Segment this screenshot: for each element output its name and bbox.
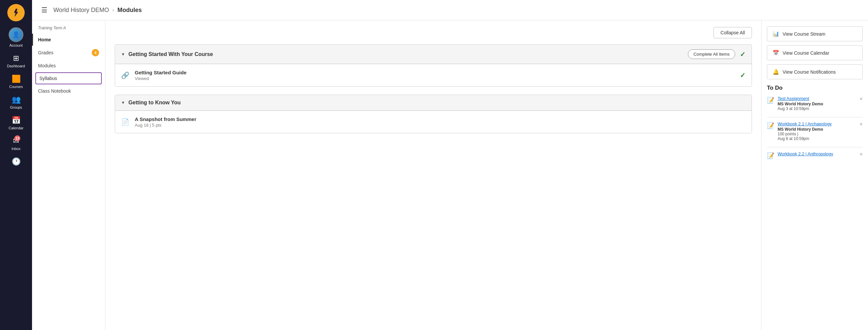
todo-item-test-assignment: 📝 Test Assignment MS World History Demo … xyxy=(767,96,863,111)
complete-all-items-button[interactable]: Complete All Items xyxy=(688,50,735,59)
module-header-getting-to-know: ▼ Getting to Know You xyxy=(115,95,751,111)
term-label: Training Term A xyxy=(32,26,105,34)
left-navigation: 👤 Account ⊞ Dashboard 🟧 Courses 👥 Groups… xyxy=(0,0,32,330)
sidebar-item-grades[interactable]: Grades 4 xyxy=(32,46,105,60)
inbox-badge: 13 xyxy=(14,135,20,141)
notifications-label: View Course Notifications xyxy=(783,69,836,75)
right-panel: 📊 View Course Stream 📅 View Course Calen… xyxy=(761,20,868,330)
sidebar-item-account[interactable]: 👤 Account xyxy=(0,24,32,51)
account-label: Account xyxy=(9,43,23,47)
todo-link-workbook-2-2[interactable]: Workbook 2.2 | Anthropology xyxy=(778,151,863,156)
sidebar-item-dashboard[interactable]: ⊞ Dashboard xyxy=(0,51,32,71)
module-check-icon: ✓ xyxy=(740,50,746,58)
collapse-bar: Collapse All xyxy=(115,27,752,38)
stream-icon: 📊 xyxy=(773,31,779,37)
todo-course-2: MS World History Demo xyxy=(778,127,863,132)
avatar: 👤 xyxy=(9,27,23,42)
link-icon: 🔗 xyxy=(121,71,129,79)
todo-item-workbook-2-1: 📝 Workbook 2.1 | Archaeology MS World Hi… xyxy=(767,121,863,141)
app-logo[interactable] xyxy=(7,4,25,21)
course-sidebar: Training Term A Home Grades 4 Modules Sy… xyxy=(32,20,105,330)
todo-link-workbook-2-1[interactable]: Workbook 2.1 | Archaeology xyxy=(778,121,863,126)
item-title-snapshot: A Snapshot from Summer xyxy=(135,116,196,122)
module-item-getting-started-guide: 🔗 Getting Started Guide Viewed ✓ xyxy=(115,64,751,86)
calendar-btn-icon: 📅 xyxy=(773,50,779,56)
content-row: Training Term A Home Grades 4 Modules Sy… xyxy=(32,20,868,330)
syllabus-label: Syllabus xyxy=(39,76,57,81)
module-section-getting-started: ▼ Getting Started With Your Course Compl… xyxy=(115,44,752,87)
todo-date-2: Aug 8 at 10:59pm xyxy=(778,136,863,141)
sidebar-item-class-notebook[interactable]: Class Notebook xyxy=(32,85,105,97)
module-title-row: ▼ Getting Started With Your Course xyxy=(121,51,213,57)
separator-2 xyxy=(767,147,863,147)
item-subtitle-snapshot: Aug 18 | 5 pts xyxy=(135,123,196,128)
todo-section: To Do 📝 Test Assignment MS World History… xyxy=(767,85,863,159)
item-subtitle-guide: Viewed xyxy=(135,76,186,81)
sidebar-item-modules[interactable]: Modules xyxy=(32,60,105,72)
todo-title: To Do xyxy=(767,85,863,91)
view-course-notifications-button[interactable]: 🔔 View Course Notifications xyxy=(767,64,863,79)
grades-label: Grades xyxy=(38,50,53,55)
module-header-getting-started: ▼ Getting Started With Your Course Compl… xyxy=(115,45,751,64)
history-icon: 🕐 xyxy=(12,157,21,166)
sidebar-item-inbox[interactable]: ✉ 13 Inbox xyxy=(0,133,32,154)
courses-label: Courses xyxy=(9,85,23,89)
module-title-row-2: ▼ Getting to Know You xyxy=(121,100,181,106)
grades-badge: 4 xyxy=(92,49,99,56)
module-title-getting-to-know: Getting to Know You xyxy=(128,100,181,106)
item-title-guide: Getting Started Guide xyxy=(135,70,186,75)
module-collapse-arrow[interactable]: ▼ xyxy=(121,52,125,57)
item-check-icon: ✓ xyxy=(740,71,746,79)
module-title-getting-started: Getting Started With Your Course xyxy=(128,51,213,57)
separator-1 xyxy=(767,117,863,117)
sidebar-item-history[interactable]: 🕐 xyxy=(0,154,32,171)
sidebar-item-calendar[interactable]: 📅 Calendar xyxy=(0,113,32,133)
modules-label: Modules xyxy=(38,63,56,68)
todo-close-3[interactable]: × xyxy=(860,151,863,157)
todo-body-1: Test Assignment MS World History Demo Au… xyxy=(778,96,863,111)
module-content: Collapse All ▼ Getting Started With Your… xyxy=(105,20,761,330)
view-course-stream-button[interactable]: 📊 View Course Stream xyxy=(767,26,863,41)
breadcrumb-separator: › xyxy=(113,7,114,13)
collapse-all-button[interactable]: Collapse All xyxy=(714,27,752,38)
todo-item-workbook-2-2: 📝 Workbook 2.2 | Anthropology × xyxy=(767,151,863,159)
groups-label: Groups xyxy=(10,105,22,109)
main-wrapper: ☰ World History DEMO › Modules Training … xyxy=(32,0,868,330)
todo-icon-1: 📝 xyxy=(767,97,774,104)
sidebar-item-home[interactable]: Home xyxy=(32,34,105,46)
todo-date-1: Aug 3 at 10:59pm xyxy=(778,106,863,111)
todo-icon-3: 📝 xyxy=(767,152,774,159)
inbox-label: Inbox xyxy=(12,147,21,151)
module-section-getting-to-know: ▼ Getting to Know You 📄 A Snapshot from … xyxy=(115,95,752,133)
sidebar-item-syllabus[interactable]: Syllabus xyxy=(35,72,102,84)
assignment-icon: 📄 xyxy=(121,118,129,126)
todo-link-test-assignment[interactable]: Test Assignment xyxy=(778,96,863,101)
sidebar-item-courses[interactable]: 🟧 Courses xyxy=(0,71,32,92)
stream-label: View Course Stream xyxy=(783,31,825,37)
module-item-left-2: 📄 A Snapshot from Summer Aug 18 | 5 pts xyxy=(121,116,196,128)
breadcrumb: World History DEMO › Modules xyxy=(53,7,142,14)
groups-icon: 👥 xyxy=(12,95,21,104)
module-collapse-arrow-2[interactable]: ▼ xyxy=(121,100,125,105)
todo-icon-2: 📝 xyxy=(767,122,774,129)
notifications-icon: 🔔 xyxy=(773,69,779,75)
item-info: Getting Started Guide Viewed xyxy=(135,70,186,81)
calendar-label: Calendar xyxy=(9,126,24,130)
courses-icon: 🟧 xyxy=(12,75,21,83)
todo-close-2[interactable]: × xyxy=(860,121,863,127)
todo-points-2: 100 points | xyxy=(778,132,863,136)
todo-course-1: MS World History Demo xyxy=(778,102,863,106)
svg-marker-0 xyxy=(14,9,18,16)
module-header-right: Complete All Items ✓ xyxy=(688,50,746,59)
inbox-badge-wrapper: ✉ 13 xyxy=(13,137,19,147)
todo-close-1[interactable]: × xyxy=(860,96,863,102)
todo-body-3: Workbook 2.2 | Anthropology xyxy=(778,151,863,156)
view-course-calendar-button[interactable]: 📅 View Course Calendar xyxy=(767,45,863,60)
calendar-btn-label: View Course Calendar xyxy=(783,50,829,56)
module-item-snapshot: 📄 A Snapshot from Summer Aug 18 | 5 pts xyxy=(115,111,751,133)
module-item-left: 🔗 Getting Started Guide Viewed xyxy=(121,70,186,81)
class-notebook-label: Class Notebook xyxy=(38,88,71,94)
calendar-icon: 📅 xyxy=(12,116,21,125)
hamburger-menu[interactable]: ☰ xyxy=(41,6,48,14)
sidebar-item-groups[interactable]: 👥 Groups xyxy=(0,92,32,113)
